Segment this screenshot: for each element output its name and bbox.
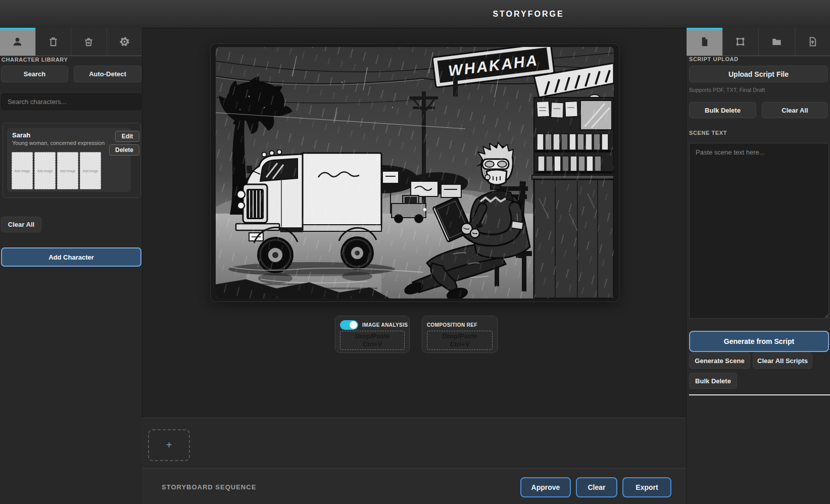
- storyboard-sequence-label: STORYBOARD SEQUENCE: [162, 483, 256, 491]
- folder-icon: [771, 36, 783, 47]
- edit-character-button[interactable]: Edit: [115, 131, 139, 142]
- search-button[interactable]: Search: [1, 66, 68, 82]
- character-name: Sarah: [12, 131, 30, 139]
- storyboard-strip: +: [142, 418, 686, 469]
- app-header: STORYFORGE: [0, 0, 830, 28]
- storyforge-app: STORYFORGE: [0, 0, 830, 504]
- character-sidebar: CHARACTER LIBRARY Search Auto-Detect Sar…: [0, 28, 142, 504]
- clear-button[interactable]: Clear: [576, 477, 617, 497]
- document-icon: [699, 36, 710, 47]
- character-library-label: CHARACTER LIBRARY: [2, 57, 68, 63]
- add-image-slot[interactable]: Add Image: [57, 152, 78, 189]
- export-button[interactable]: Export: [622, 477, 671, 497]
- add-image-slot[interactable]: Add Image: [80, 152, 101, 189]
- transform-frame-icon: [735, 36, 746, 47]
- tab-trash[interactable]: [36, 28, 72, 56]
- bulk-delete-scripts-button[interactable]: Bulk Delete: [689, 373, 737, 389]
- clear-all-scripts-button[interactable]: Clear All Scripts: [753, 352, 812, 369]
- tab-transform[interactable]: [723, 28, 759, 56]
- bulk-delete-button[interactable]: Bulk Delete: [689, 102, 756, 118]
- add-character-button[interactable]: Add Character: [1, 247, 141, 267]
- storyboard-bottom-bar: STORYBOARD SEQUENCE Approve Clear Export: [142, 468, 686, 504]
- person-icon: [12, 36, 23, 47]
- scene-text-label: SCENE TEXT: [689, 130, 727, 136]
- app-title: STORYFORGE: [493, 10, 564, 19]
- approve-button[interactable]: Approve: [520, 477, 571, 497]
- right-sidebar-divider: [689, 394, 830, 395]
- tab-characters[interactable]: [0, 28, 36, 56]
- add-image-slot[interactable]: Add Image: [34, 152, 56, 189]
- canvas-stage: WHAKAHA: [211, 44, 619, 301]
- left-tabstrip: [0, 28, 142, 56]
- image-analysis-panel: IMAGE ANALYSIS Drop/Paste Ctrl+V: [335, 316, 410, 353]
- trash-icon: [47, 36, 59, 47]
- tab-export-file[interactable]: [795, 28, 830, 56]
- tab-projects[interactable]: [759, 28, 795, 56]
- tab-archive[interactable]: [71, 28, 107, 56]
- tab-script[interactable]: [687, 28, 723, 56]
- composition-ref-panel: COMPOSITION REF Drop/Paste Ctrl+V: [422, 316, 498, 353]
- add-image-slot[interactable]: Add Image: [12, 152, 33, 189]
- composition-ref-header: COMPOSITION REF: [427, 320, 493, 330]
- delete-character-button[interactable]: Delete: [109, 144, 139, 156]
- file-upload-icon: [807, 36, 818, 47]
- supported-formats-text: Supports PDF, TXT, Final Draft: [689, 87, 765, 93]
- clear-all-scripts-top-button[interactable]: Clear All: [762, 102, 828, 118]
- upload-script-button[interactable]: Upload Script File: [689, 66, 828, 82]
- waste-bin-icon: [83, 36, 94, 47]
- tab-settings[interactable]: [107, 28, 142, 56]
- composition-ref-dropzone[interactable]: Drop/Paste Ctrl+V: [427, 331, 493, 350]
- image-analysis-header: IMAGE ANALYSIS: [340, 320, 405, 330]
- image-analysis-label: IMAGE ANALYSIS: [362, 322, 408, 328]
- script-sidebar: SCRIPT UPLOAD Upload Script File Support…: [686, 28, 830, 504]
- right-tabstrip: [687, 28, 830, 56]
- search-characters-input[interactable]: [1, 93, 141, 110]
- generate-from-script-button[interactable]: Generate from Script: [689, 331, 829, 352]
- image-analysis-toggle[interactable]: [340, 320, 358, 330]
- script-upload-label: SCRIPT UPLOAD: [689, 56, 739, 62]
- storyboard-artwork: WHAKAHA: [216, 47, 614, 298]
- character-list-panel: Sarah Young woman, concerned expression …: [3, 123, 141, 198]
- scene-text-input[interactable]: [689, 143, 829, 319]
- generate-scene-button[interactable]: Generate Scene: [689, 352, 750, 369]
- clear-all-characters-button[interactable]: Clear All: [1, 217, 41, 232]
- character-description: Young woman, concerned expression: [12, 140, 105, 146]
- character-image-slots: Add Image Add Image Add Image Add Image: [12, 152, 101, 189]
- gear-icon: [119, 36, 130, 47]
- plus-icon: +: [166, 439, 172, 451]
- composition-ref-label: COMPOSITION REF: [427, 322, 477, 328]
- add-frame-tile[interactable]: +: [148, 429, 190, 461]
- image-analysis-dropzone[interactable]: Drop/Paste Ctrl+V: [340, 331, 405, 350]
- auto-detect-button[interactable]: Auto-Detect: [74, 66, 141, 82]
- character-card: Sarah Young woman, concerned expression …: [7, 128, 131, 192]
